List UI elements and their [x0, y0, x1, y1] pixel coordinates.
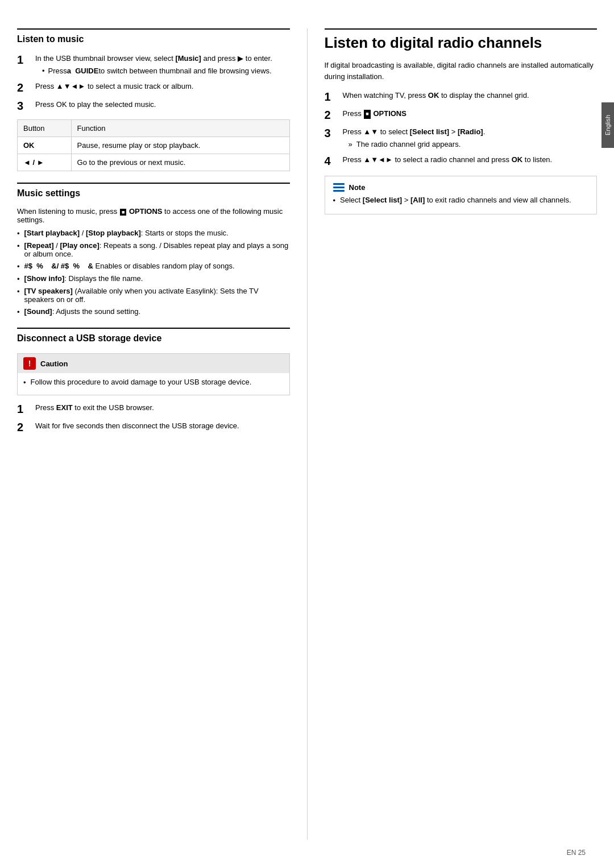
step-1-sub: Press a GUIDE to switch between thumbnai… [42, 65, 290, 77]
list-item: • [Start playback] / [Stop playback]: St… [17, 229, 290, 238]
digital-step-3-num: 3 [325, 126, 341, 140]
step-2-content: Press ▲▼◄► to select a music track or al… [35, 81, 290, 92]
music-label: [Music] [175, 54, 201, 63]
digital-step-3-sub: » The radio channel grid appears. [349, 139, 598, 150]
caution-header: ! Caution [18, 354, 289, 373]
digital-radio-section: Listen to digital radio channels If digi… [325, 28, 598, 214]
table-cell-arrows: ◄ / ► [18, 154, 72, 171]
disconnect-usb-section: Disconnect a USB storage device ! Cautio… [17, 328, 290, 434]
note-header: Note [333, 182, 589, 192]
digital-step-4-content: Press ▲▼◄► to select a radio channel and… [343, 154, 598, 166]
digital-step-3: 3 Press ▲▼ to select [Select list] > [Ra… [325, 126, 598, 150]
digital-radio-title: Listen to digital radio channels [325, 28, 598, 52]
list-item-text: [Show info]: Displays the file name. [24, 274, 143, 283]
disconnect-step-2: 2 Wait for five seconds then disconnect … [17, 420, 290, 434]
step-1-num: 1 [17, 53, 33, 67]
table-cell-ok-function: Pause, resume play or stop playback. [71, 137, 289, 154]
digital-step-2: 2 Press ■ OPTIONS [325, 108, 598, 122]
bullet-dot: • [17, 308, 20, 316]
step-3-num: 3 [17, 99, 33, 113]
caution-label: Caution [40, 359, 68, 368]
list-item: • #$ % &/ #$ % & Enables or disables ran… [17, 262, 290, 271]
caution-text: Follow this procedure to avoid damage to… [31, 378, 252, 386]
note-box: Note • Select [Select list] > [All] to e… [325, 176, 598, 214]
caution-body: • Follow this procedure to avoid damage … [18, 373, 289, 395]
list-item: • [Repeat] / [Play once]: Repeats a song… [17, 241, 290, 258]
list-item: • [Sound]: Adjusts the sound setting. [17, 307, 290, 316]
listen-to-music-section: Listen to music 1 In the USB thumbnail b… [17, 28, 290, 171]
bullet-dot: • [17, 242, 20, 250]
listen-step-2: 2 Press ▲▼◄► to select a music track or … [17, 81, 290, 94]
listen-step-3: 3 Press OK to play the selected music. [17, 99, 290, 113]
digital-step-1-num: 1 [325, 90, 341, 104]
music-settings-title: Music settings [17, 183, 290, 201]
digital-step-2-num: 2 [325, 108, 341, 122]
list-item-text: [Repeat] / [Play once]: Repeats a song. … [24, 241, 290, 258]
list-item: • [Show info]: Displays the file name. [17, 274, 290, 283]
music-settings-list: • [Start playback] / [Stop playback]: St… [17, 229, 290, 316]
page-footer: EN 25 [567, 849, 586, 857]
list-item-text: [TV speakers] (Available only when you a… [24, 287, 290, 304]
disconnect-step-1: 1 Press EXIT to exit the USB browser. [17, 402, 290, 416]
step-2-num: 2 [17, 81, 33, 94]
note-bullet: • Select [Select list] > [All] to exit r… [333, 196, 589, 205]
table-header-button: Button [18, 120, 72, 137]
step-1-content: In the USB thumbnail browser view, selec… [35, 53, 290, 76]
music-settings-intro: When listening to music, press ■ OPTIONS… [17, 207, 290, 224]
table-header-row: Button Function [18, 120, 290, 137]
bullet-dot: • [17, 275, 20, 283]
listen-to-music-title: Listen to music [17, 28, 290, 47]
disconnect-step-1-num: 1 [17, 402, 33, 416]
right-column: Listen to digital radio channels If digi… [308, 28, 598, 840]
digital-step-3-content: Press ▲▼ to select [Select list] > [Radi… [343, 126, 598, 150]
bullet-dot: • [333, 196, 336, 205]
digital-step-1-content: When watching TV, press OK to display th… [343, 90, 598, 101]
note-lines-icon [333, 182, 345, 192]
list-item-text: #$ % &/ #$ % & Enables or disables rando… [24, 262, 235, 270]
disconnect-step-1-content: Press EXIT to exit the USB browser. [35, 402, 290, 414]
language-tab: English [601, 102, 614, 148]
table-row: ◄ / ► Go to the previous or next music. [18, 154, 290, 171]
bullet-dot: • [23, 378, 26, 387]
bullet-dot: • [17, 229, 20, 238]
table-cell-ok: OK [18, 137, 72, 154]
listen-step-1: 1 In the USB thumbnail browser view, sel… [17, 53, 290, 76]
left-column: Listen to music 1 In the USB thumbnail b… [17, 28, 308, 840]
digital-radio-intro: If digital broadcasting is available, di… [325, 60, 598, 82]
bullet-dot: • [17, 287, 20, 296]
caution-bullet: • Follow this procedure to avoid damage … [23, 378, 284, 387]
table-cell-arrows-function: Go to the previous or next music. [71, 154, 289, 171]
digital-step-4: 4 Press ▲▼◄► to select a radio channel a… [325, 154, 598, 168]
table-header-function: Function [71, 120, 289, 137]
music-settings-section: Music settings When listening to music, … [17, 183, 290, 316]
digital-step-2-content: Press ■ OPTIONS [343, 108, 598, 119]
options-icon-2: ■ [364, 110, 370, 119]
note-label: Note [349, 183, 366, 192]
note-text: Select [Select list] > [All] to exit rad… [340, 196, 571, 204]
bullet-dot: • [17, 262, 20, 271]
table-row: OK Pause, resume play or stop playback. [18, 137, 290, 154]
caution-icon: ! [23, 357, 36, 370]
list-item-text: [Start playback] / [Stop playback]: Star… [24, 229, 229, 237]
step-3-content: Press OK to play the selected music. [35, 99, 290, 110]
list-item-text: [Sound]: Adjusts the sound setting. [24, 307, 140, 316]
digital-step-4-num: 4 [325, 154, 341, 168]
music-table: Button Function OK Pause, resume play or… [17, 119, 290, 171]
list-item: • [TV speakers] (Available only when you… [17, 287, 290, 304]
disconnect-step-2-num: 2 [17, 420, 33, 434]
disconnect-usb-title: Disconnect a USB storage device [17, 328, 290, 346]
disconnect-step-2-content: Wait for five seconds then disconnect th… [35, 420, 290, 432]
caution-box: ! Caution • Follow this procedure to avo… [17, 353, 290, 395]
digital-step-1: 1 When watching TV, press OK to display … [325, 90, 598, 104]
options-icon: ■ [120, 209, 126, 216]
